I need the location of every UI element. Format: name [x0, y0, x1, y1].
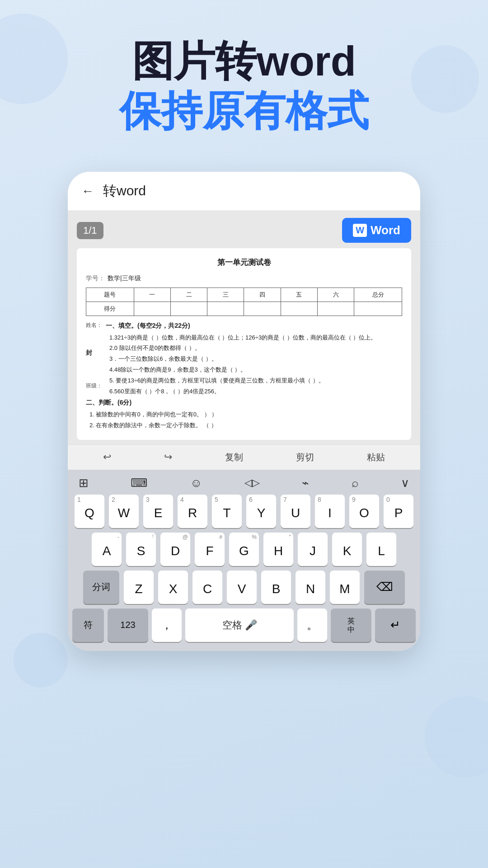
table-cell: 五 [281, 288, 317, 302]
document-content: 第一单元测试卷 学号： 数学|三年级 题号 一 二 三 四 五 六 总分 得 [77, 248, 411, 440]
key-c[interactable]: C [192, 571, 222, 604]
doc-subject-row: 学号： 数学|三年级 [86, 273, 402, 284]
key-e[interactable]: 3E [143, 495, 173, 528]
score-table: 题号 一 二 三 四 五 六 总分 得分 [86, 288, 402, 316]
key-period[interactable]: 。 [297, 609, 327, 642]
key-a[interactable]: -A [92, 533, 122, 566]
space-label: 空格 [222, 618, 242, 632]
key-k[interactable]: K [332, 533, 362, 566]
keyboard-row-1: 1Q 2W 3E 4R 5T 6Y 7U 8I 9O 0P [72, 495, 416, 528]
redo-button[interactable]: ↪ [164, 451, 172, 463]
key-i[interactable]: 8I [315, 495, 345, 528]
key-r[interactable]: 4R [178, 495, 207, 528]
keyboard-row-3: 分词 Z X C V B N M ⌫ [72, 571, 416, 604]
page-indicator: 1/1 [77, 222, 103, 239]
key-x[interactable]: X [158, 571, 188, 604]
key-h[interactable]: "H [263, 533, 293, 566]
doc-item-4: 4.48除以一个数的商是9，余数是3，这个数是（ ）。 [109, 365, 402, 375]
phone-mockup: ← 转word 1/1 W Word 第一单元测试卷 学号： 数学|三年级 题号… [68, 172, 420, 651]
key-fenci[interactable]: 分词 [83, 571, 119, 604]
doc-item-1: 1.321÷3的商是（ ）位数，商的最高位在（ ）位上；126÷3的商是（ ）位… [109, 333, 402, 343]
edit-toolbar: ↩ ↪ 复制 剪切 粘贴 [68, 444, 420, 470]
kb-icon-link[interactable]: ⌁ [302, 476, 309, 490]
cut-button[interactable]: 剪切 [296, 451, 314, 463]
key-fu[interactable]: 符 [72, 609, 104, 642]
header-line1: 图片转word [0, 36, 488, 86]
doc-item-3: 3．一个三位数除以6，余数最大是（ ）。 [109, 354, 402, 364]
table-cell: 四 [244, 288, 281, 302]
section1-content: 一、填空。(每空2分，共22分) 1.321÷3的商是（ ）位数，商的最高位在（… [106, 321, 402, 398]
key-f[interactable]: #F [195, 533, 225, 566]
key-lang[interactable]: 英中 [331, 609, 371, 642]
key-q[interactable]: 1Q [75, 495, 104, 528]
key-j[interactable]: J [298, 533, 328, 566]
key-z[interactable]: Z [124, 571, 154, 604]
key-l[interactable]: L [366, 533, 396, 566]
keyboard-rows: 1Q 2W 3E 4R 5T 6Y 7U 8I 9O 0P -A !S @D #… [68, 495, 420, 651]
key-o[interactable]: 9O [349, 495, 379, 528]
header-section: 图片转word 保持原有格式 [0, 36, 488, 136]
key-d[interactable]: @D [160, 533, 190, 566]
doc-item-2: 2.0 除以任何不是0的数都得（ ）。 [109, 344, 402, 353]
key-g[interactable]: %G [229, 533, 259, 566]
topbar-title: 转word [103, 182, 146, 200]
keyboard-area: ⊞ ⌨ ☺ ◁▷ ⌁ ⌕ ∨ 1Q 2W 3E 4R 5T 6Y 7U 8I 9… [68, 470, 420, 651]
table-cell: 三 [207, 288, 244, 302]
table-cell [207, 302, 244, 316]
section1-title: 一、填空。(每空2分，共22分) [106, 321, 402, 331]
kb-icon-emoji[interactable]: ☺ [190, 476, 202, 490]
key-123[interactable]: 123 [108, 609, 148, 642]
table-score-row: 得分 [86, 302, 402, 316]
key-return[interactable]: ↵ [375, 609, 416, 642]
table-cell: 题号 [86, 288, 134, 302]
key-s[interactable]: !S [126, 533, 156, 566]
key-delete[interactable]: ⌫ [364, 571, 405, 604]
copy-button[interactable]: 复制 [225, 451, 243, 463]
key-n[interactable]: N [296, 571, 325, 604]
deco-circle-3 [14, 633, 68, 687]
key-u[interactable]: 7U [281, 495, 310, 528]
table-cell [354, 302, 402, 316]
side-notes: 姓名： 封 班级： [86, 321, 102, 398]
undo-button[interactable]: ↩ [103, 451, 111, 463]
paste-button[interactable]: 粘贴 [367, 451, 385, 463]
table-cell [244, 302, 281, 316]
table-cell: 得分 [86, 302, 134, 316]
subject-label: 学号： [86, 273, 105, 284]
mic-icon: 🎤 [245, 619, 257, 631]
kb-icon-search[interactable]: ⌕ [352, 476, 359, 490]
table-cell [134, 302, 170, 316]
judge-item-2: 2. 在有余数的除法中，余数一定小于除数。 （ ） [89, 421, 402, 430]
table-cell: 二 [170, 288, 207, 302]
word-export-button[interactable]: W Word [342, 218, 411, 243]
kb-icon-collapse[interactable]: ∨ [401, 476, 409, 490]
word-icon: W [353, 224, 367, 237]
kb-icon-keyboard[interactable]: ⌨ [131, 476, 148, 490]
header-line2-prefix: 保持 [119, 88, 202, 134]
key-t[interactable]: 5T [212, 495, 242, 528]
table-header-row: 题号 一 二 三 四 五 六 总分 [86, 288, 402, 302]
key-w[interactable]: 2W [109, 495, 139, 528]
key-b[interactable]: B [261, 571, 291, 604]
key-y[interactable]: 6Y [246, 495, 276, 528]
key-comma[interactable]: ， [152, 609, 182, 642]
kb-icon-cursor[interactable]: ◁▷ [244, 477, 260, 489]
section2-title: 二、判断。(6分) [86, 397, 402, 408]
word-button-label: Word [371, 223, 400, 237]
keyboard-top-row: ⊞ ⌨ ☺ ◁▷ ⌁ ⌕ ∨ [68, 470, 420, 495]
header-line2: 保持原有格式 [0, 86, 488, 136]
key-v[interactable]: V [227, 571, 257, 604]
key-p[interactable]: 0P [384, 495, 413, 528]
back-button[interactable]: ← [81, 184, 94, 198]
key-space[interactable]: 空格 🎤 [185, 609, 294, 642]
table-cell [317, 302, 354, 316]
keyboard-row-2: -A !S @D #F %G "H J K L [72, 533, 416, 566]
key-m[interactable]: M [330, 571, 360, 604]
table-cell: 一 [134, 288, 170, 302]
doc-toolbar: 1/1 W Word [77, 218, 411, 243]
document-area: 1/1 W Word 第一单元测试卷 学号： 数学|三年级 题号 一 二 三 四 [68, 211, 420, 444]
table-cell [170, 302, 207, 316]
keyboard-bottom-row: 符 123 ， 空格 🎤 。 英中 ↵ [72, 609, 416, 642]
kb-icon-grid[interactable]: ⊞ [79, 476, 89, 490]
section1-area: 姓名： 封 班级： 一、填空。(每空2分，共22分) 1.321÷3的商是（ ）… [86, 321, 402, 398]
